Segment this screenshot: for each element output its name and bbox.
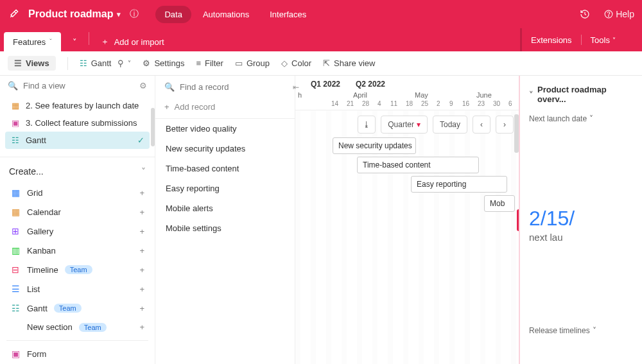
group-button[interactable]: ▭ Group (235, 58, 270, 68)
create-kanban[interactable]: ▥Kanban+ (6, 241, 148, 260)
create-grid[interactable]: ▦Grid+ (6, 183, 148, 202)
help-icon (604, 10, 613, 19)
create-gantt[interactable]: ☷GanttTeam+ (6, 299, 148, 318)
create-gallery[interactable]: ⊞Gallery+ (6, 221, 148, 241)
nav-automations[interactable]: Automations (194, 6, 258, 23)
chevron-down-icon: ▾ (117, 10, 121, 19)
day-label: 18 (406, 100, 413, 107)
top-nav: Data Automations Interfaces (155, 6, 315, 23)
team-badge: Team (65, 265, 92, 274)
history-icon[interactable] (580, 9, 590, 19)
add-record-label: Add record (175, 102, 216, 112)
base-title-text: Product roadmap (28, 8, 113, 20)
chevron-down-icon: ˇ (49, 39, 51, 46)
sidebar-view-gantt[interactable]: ☷ Gantt ✓ (5, 132, 150, 149)
gantt-body[interactable]: ⭳ Quarter▾ Today ‹ › New security update… (295, 110, 519, 364)
next-launch-label: Next launch date (529, 114, 587, 123)
plus-icon: + (139, 322, 144, 332)
panel-resize-handle[interactable] (517, 209, 520, 231)
views-toggle[interactable]: ☰ Views (8, 56, 56, 71)
tab-menu-button[interactable]: ˅ (66, 32, 83, 51)
gantt-bar[interactable]: Mob (484, 195, 515, 212)
month-label: May (415, 91, 428, 99)
record-item[interactable]: New security updates (155, 139, 295, 159)
tab-features[interactable]: Features ˇ (4, 32, 61, 51)
help-label: Help (616, 9, 634, 19)
scrollbar[interactable] (151, 108, 155, 146)
extension-title: Product roadmap overv... (537, 85, 633, 104)
tools-menu[interactable]: Tools ˅ (591, 35, 616, 45)
nav-data[interactable]: Data (155, 6, 191, 23)
record-item[interactable]: Mobile alerts (155, 198, 295, 218)
color-button[interactable]: ◇ Color (281, 58, 311, 68)
create-list[interactable]: ☰List+ (6, 279, 148, 299)
release-timelines-section[interactable]: Release timelines ˅ (529, 326, 633, 335)
create-section[interactable]: New sectionTeam+ (6, 318, 148, 336)
today-button[interactable]: Today (433, 116, 467, 134)
plus-icon: + (139, 188, 144, 198)
color-icon: ◇ (281, 58, 288, 68)
view-label: Gantt (26, 135, 46, 145)
plus-icon: + (139, 304, 144, 313)
gantt-icon: ☷ (10, 135, 21, 145)
gantt-bar[interactable]: New security updates (333, 137, 416, 154)
calendar-icon: ▦ (10, 207, 21, 217)
team-badge: Team (54, 304, 82, 313)
create-timeline[interactable]: ⊟TimelineTeam+ (6, 260, 148, 279)
sidebar-view-launch-date[interactable]: ▦ 2. See features by launch date (5, 97, 150, 114)
next-launch-section[interactable]: Next launch date ˅ (529, 112, 633, 130)
add-record-button[interactable]: + Add record (155, 98, 295, 119)
filter-button[interactable]: ≡ Filter (196, 58, 223, 68)
view-search-input[interactable] (23, 81, 134, 91)
list-icon: ☰ (10, 284, 21, 294)
gantt-bar[interactable]: Time-based content (357, 157, 479, 173)
base-title[interactable]: Product roadmap ▾ (28, 8, 121, 20)
scale-selector[interactable]: Quarter▾ (381, 116, 428, 134)
help-button[interactable]: Help (604, 9, 634, 19)
prev-button[interactable]: ‹ (473, 116, 490, 134)
record-search-input[interactable] (180, 82, 288, 92)
create-calendar[interactable]: ▦Calendar+ (6, 202, 148, 221)
gear-icon: ⚙ (143, 58, 150, 68)
download-button[interactable]: ⭳ (358, 116, 376, 134)
nav-interfaces[interactable]: Interfaces (261, 6, 315, 23)
info-icon[interactable]: ⓘ (130, 8, 139, 20)
chevron-down-icon: ▾ (417, 120, 421, 129)
share-view-button[interactable]: ⇱ Share view (323, 58, 375, 68)
day-label: 6 (508, 100, 512, 107)
group-label: Group (247, 58, 270, 68)
table-tabs: Features ˇ ˅ ＋ Add or import Extensions … (0, 28, 642, 51)
gantt-bar[interactable]: Easy reporting (411, 176, 507, 193)
gear-icon[interactable]: ⚙ (139, 81, 147, 91)
record-item[interactable]: Better video quality (155, 119, 295, 139)
divider (89, 32, 89, 45)
create-section-header[interactable]: Create... ˅ (0, 157, 155, 182)
create-form[interactable]: ▣Form (6, 340, 148, 363)
calendar-icon: ▦ (10, 101, 21, 110)
settings-button[interactable]: ⚙ Settings (143, 58, 184, 68)
share-icon: ⇱ (323, 58, 330, 68)
record-item[interactable]: Easy reporting (155, 178, 295, 198)
chevron-down-icon: ˅ (128, 60, 131, 67)
create-view-list: ▦Grid+ ▦Calendar+ ⊞Gallery+ ▥Kanban+ ⊟Ti… (0, 182, 155, 364)
view-switcher[interactable]: ☷ Gantt ⚲ ˅ (80, 58, 132, 68)
extensions-tab[interactable]: Extensions (531, 35, 572, 45)
next-button[interactable]: › (496, 116, 514, 134)
day-label: 14 (331, 100, 338, 107)
tools-label: Tools (591, 35, 610, 45)
scrollbar[interactable] (514, 114, 519, 153)
view-toolbar: ☰ Views ☷ Gantt ⚲ ˅ ⚙ Settings ≡ Filter … (0, 51, 642, 76)
add-table-button[interactable]: ＋ Add or import (94, 32, 171, 51)
create-item-label: Gantt (27, 304, 48, 313)
extension-header[interactable]: ˅ Product roadmap overv... (529, 82, 633, 112)
record-item[interactable]: Mobile settings (155, 218, 295, 238)
kanban-icon: ▥ (10, 245, 21, 256)
sidebar-view-submissions[interactable]: ▣ 3. Collect feature submissions (5, 114, 150, 132)
scale-label: Quarter (388, 120, 414, 129)
record-search: 🔍 ⇤ (155, 76, 295, 98)
view-label: 3. Collect feature submissions (26, 118, 137, 128)
tab-features-label: Features (13, 37, 46, 47)
form-icon: ▣ (10, 118, 21, 128)
record-item[interactable]: Time-based content (155, 159, 295, 178)
chevron-down-icon: ˅ (612, 37, 616, 44)
